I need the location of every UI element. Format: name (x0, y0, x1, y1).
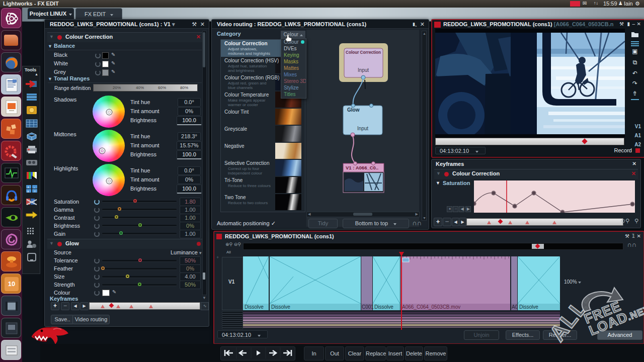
svg-text:Colour Correction: Colour Correction (346, 50, 381, 55)
svg-text:Dissolve: Dissolve (245, 304, 264, 310)
svg-text:+: + (27, 186, 29, 189)
svg-text:Input: Input (358, 67, 369, 73)
svg-text:A0: A0 (512, 304, 518, 310)
svg-text:V1 : A066_C0..: V1 : A066_C0.. (346, 165, 378, 170)
svg-text:=: = (34, 190, 36, 193)
svg-text:Input: Input (357, 126, 368, 131)
svg-text:x: x (27, 190, 29, 193)
svg-text:Dissolve: Dissolve (519, 304, 538, 310)
svg-text:A066_C064_0503CB.mov: A066_C064_0503CB.mov (402, 304, 460, 310)
svg-text:Dissolve: Dissolve (374, 304, 393, 310)
svg-text:Dissolve: Dissolve (271, 304, 290, 310)
svg-text:Glow: Glow (347, 107, 360, 113)
svg-text:C001: C001 (362, 304, 374, 310)
